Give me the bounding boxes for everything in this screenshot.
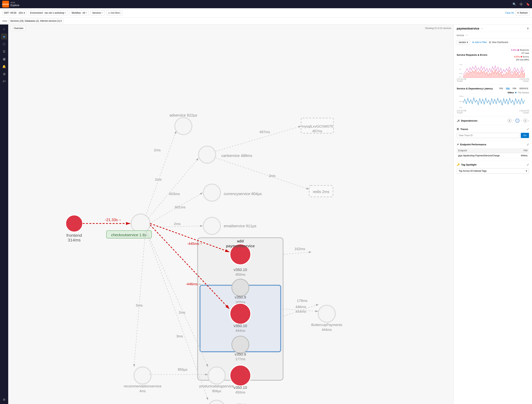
service-tab[interactable]: SERVICE — [519, 87, 529, 90]
trace-go-button[interactable]: Go — [521, 133, 529, 138]
payment-v350-bot-node[interactable] — [230, 365, 251, 386]
add-to-filter-button[interactable]: ⊕ Add to Filter — [472, 41, 487, 44]
svg-text:444ms: 444ms — [322, 328, 332, 332]
refresh-button[interactable]: ↻ Refresh — [515, 11, 530, 15]
tag-header: 🔑 Tag Spotlight ⤢ — [457, 163, 529, 167]
svg-text:-446ms→: -446ms→ — [186, 282, 201, 286]
add-filters-button[interactable]: ⧖ Add filters — [106, 11, 122, 15]
dependencies-section: ⎇ Dependencies 2 → → 2 — [454, 116, 532, 125]
nav-tag-icon[interactable]: 🏷 — [1, 78, 7, 84]
svg-text:0ms: 0ms — [459, 107, 462, 108]
payment-v350-9b-node[interactable] — [232, 336, 249, 353]
svg-text:162ms: 162ms — [294, 247, 305, 251]
svg-text:frontend: frontend — [66, 233, 82, 238]
table-row[interactable]: grpc.hipstershop.PaymentService/Charge44… — [457, 153, 529, 158]
cartservice-node[interactable] — [198, 146, 215, 163]
payment-v350-mid-node[interactable] — [230, 303, 251, 324]
view-dashboard-button[interactable]: ⊞ View Dashboard — [489, 41, 508, 44]
col-endpoint: Endpoint — [457, 148, 516, 153]
time-value: -15m — [18, 12, 23, 14]
latency-tabs: P50 P90 P99 SERVICE — [499, 87, 529, 90]
svg-line-42 — [146, 131, 176, 216]
checkoutservice-node[interactable] — [131, 214, 150, 233]
services-dropdown[interactable]: Services ▾ — [90, 11, 105, 15]
services-arrow: ▾ — [102, 12, 103, 14]
trace-id-row: Go — [457, 133, 529, 138]
time-timezone: GMT +00:00 — [4, 12, 16, 14]
currencyservice-node[interactable] — [203, 184, 220, 201]
frontend-node[interactable] — [66, 215, 83, 232]
service-requests-section: Service Requests & Errors 0.31/s Request… — [454, 46, 532, 85]
svg-text:177ms: 177ms — [235, 357, 245, 361]
nav-infrastructure-icon[interactable]: ⬡ — [1, 41, 7, 47]
trace-id-input[interactable] — [457, 133, 520, 138]
bookmark-icon[interactable]: 🔖 — [526, 2, 530, 6]
svg-marker-78 — [463, 69, 525, 77]
panel-sub: bronze ··· — [454, 32, 532, 38]
shipping-node[interactable] — [208, 400, 225, 404]
traces-icon: ☰ — [457, 128, 459, 131]
version-button[interactable]: version ▾ — [457, 40, 470, 45]
nav-grid-icon[interactable]: ⊞ — [1, 71, 7, 77]
nav-alerts-icon[interactable]: 🔔 — [1, 64, 7, 69]
requests-chart: 1.5/s 1/s 0.5/s 0/s — [457, 63, 529, 78]
svg-text:cartservice 488ms: cartservice 488ms — [221, 154, 252, 158]
svg-text:4ms: 4ms — [139, 389, 146, 393]
p50-tab[interactable]: P50 — [499, 87, 504, 90]
nav-home-icon[interactable]: ⌂ — [1, 26, 7, 32]
panel-menu-icon[interactable]: ··· — [481, 27, 483, 30]
nav-settings-icon[interactable]: ⚙ — [1, 397, 7, 403]
filter-icon: ⧖ — [108, 12, 110, 14]
view-select-dropdown[interactable]: Services (19), Databases (2), Inferred s… — [9, 19, 63, 23]
recommendation-node[interactable] — [134, 367, 151, 384]
svg-text:178ms: 178ms — [297, 299, 308, 303]
svg-text:ButtercupPayments: ButtercupPayments — [311, 323, 342, 327]
svg-text:add: add — [237, 239, 244, 243]
dep-expand-icon[interactable]: › — [528, 119, 529, 122]
panel-close-button[interactable]: ✕ — [526, 27, 529, 30]
search-icon[interactable]: 🔍 — [513, 2, 516, 6]
overview-button[interactable]: ‹ Overview — [11, 26, 25, 31]
nav-logs-icon[interactable]: ☰ — [1, 48, 7, 54]
graph-area: ‹ Overview Showing 22 of 22 services — [8, 25, 454, 404]
payment-v350-9-node[interactable] — [232, 279, 249, 296]
workflow-dropdown[interactable]: Workflow : All ▾ — [70, 11, 89, 15]
environment-dropdown[interactable]: Environment : rwc-s4r-1-workshop ▾ — [28, 11, 68, 15]
p90-tab[interactable]: P90 — [505, 87, 511, 90]
time-picker[interactable]: GMT +00:00 -15m ▾ — [2, 11, 26, 15]
buttercup-node[interactable] — [318, 305, 335, 322]
productcatalog-node[interactable] — [208, 367, 225, 384]
svg-text:-21.33s→: -21.33s→ — [105, 218, 121, 222]
svg-text:0/s: 0/s — [459, 76, 461, 78]
latency-section: Service & Dependency Latency P50 P90 P99… — [454, 85, 532, 116]
requests-rate: 0.31/s — [511, 48, 517, 52]
adservice-node[interactable] — [175, 118, 192, 135]
svg-text:currencyservice 804µs: currencyservice 804µs — [224, 192, 262, 196]
add-icon[interactable]: ➕ — [519, 2, 523, 6]
endpoint-expand-icon[interactable]: ⤢ — [526, 143, 529, 146]
svg-text:5ms: 5ms — [136, 303, 143, 307]
svg-text:3ms: 3ms — [176, 334, 183, 338]
tag-title: 🔑 Tag Spotlight — [457, 163, 476, 166]
nav-dashboard-icon[interactable]: ▦ — [1, 56, 7, 62]
tag-dropdown-arrow: ▾ — [526, 170, 527, 172]
svg-text:v350.9: v350.9 — [234, 352, 246, 356]
sub-tag-menu[interactable]: ··· — [466, 33, 468, 37]
svg-line-56 — [216, 158, 309, 189]
requests-total: 277 total — [521, 52, 529, 55]
nav-apm-icon[interactable]: ◈ — [1, 33, 7, 39]
svg-text:-445ms→: -445ms→ — [187, 242, 203, 246]
svg-text:v350.9: v350.9 — [234, 403, 246, 404]
graph-header: ‹ Overview Showing 22 of 22 services — [8, 25, 454, 32]
endpoint-title: ↗ Endpoint Performance — [457, 143, 486, 146]
traces-expand-icon[interactable]: ⤢ — [526, 127, 529, 131]
tag-expand-icon[interactable]: ⤢ — [526, 163, 529, 167]
clear-all-button[interactable]: Clear All — [505, 12, 514, 14]
panel-header: paymentservice ··· ✕ — [454, 25, 532, 32]
svg-text:v350.10: v350.10 — [234, 385, 247, 390]
p99-tab[interactable]: P99 — [512, 87, 517, 90]
emailservice-node[interactable] — [203, 217, 220, 234]
svg-text:497ms: 497ms — [259, 130, 270, 134]
tag-spotlight-dropdown[interactable]: Top Across All Indexed Tags ▾ — [457, 168, 529, 173]
svg-line-61 — [134, 231, 146, 367]
